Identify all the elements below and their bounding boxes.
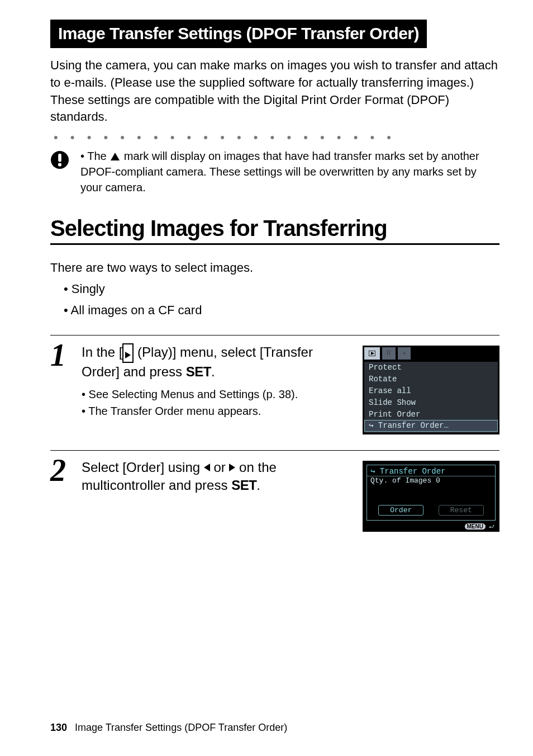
set-label: SET [231,478,256,493]
step-number: 2 [50,456,72,484]
menu-item: Slide Show [364,397,498,409]
dotted-divider: • • • • • • • • • • • • • • • • • • • • … [54,130,499,145]
page-title-banner: Image Transfer Settings (DPOF Transfer O… [50,20,427,48]
warning-triangle-icon [111,153,120,160]
lcd-title: ↪ Transfer Order [367,465,495,476]
text: Transfer Order… [378,421,449,430]
text: Select [Order] using [82,460,204,475]
play-icon [122,343,134,363]
menu-return-indicator: MENU ⮐ [364,523,498,530]
lcd-qty-line: Qty. of Images 0 [367,476,495,485]
right-arrow-icon [229,464,235,471]
list-item: The Transfer Order menu appears. [82,403,353,419]
mode-list: Singly All images on a CF card [64,278,499,320]
step-2: 2 Select [Order] using or on the multico… [50,450,499,547]
camera-lcd-menu: ⅠⅠ ✦ Protect Rotate Erase all Slide Show… [363,346,499,434]
page-footer: 130Image Transfer Settings (DPOF Transfe… [50,722,287,734]
list-item: See Selecting Menus and Settings (p. 38)… [82,386,353,403]
svg-point-2 [58,163,61,167]
camera-lcd-transfer: ↪ Transfer Order Qty. of Images 0 Order … [363,461,499,532]
step-1: 1 In the [ (Play)] menu, select [Transfe… [50,335,499,450]
step-instruction: In the [ (Play)] menu, select [Transfer … [82,343,353,380]
tab-play-icon [364,347,380,360]
text: In the [ [82,344,122,360]
menu-item: Print Order [364,409,498,420]
list-item: Singly [64,278,499,299]
menu-item: Erase all [364,385,498,397]
text: . [211,364,215,379]
footer-title: Image Transfer Settings (DPOF Transfer O… [75,722,287,733]
step-number: 1 [50,341,72,369]
svg-rect-1 [58,154,61,162]
warning-text: • The mark will display on images that h… [80,148,499,195]
menu-item-selected: ↪ Transfer Order… [364,420,498,432]
step-bullets: See Selecting Menus and Settings (p. 38)… [82,386,353,419]
menu-item: Protect [364,362,498,374]
section-heading: Selecting Images for Transferring [50,216,499,240]
text: Transfer Order [380,467,446,476]
step-instruction: Select [Order] using or on the multicont… [82,459,353,493]
menu-item: Rotate [364,374,498,385]
tab-setup-icon: ⅠⅠ [382,347,396,360]
tab-my-icon: ✦ [398,347,411,360]
page-number: 130 [50,722,67,733]
svg-marker-4 [371,352,374,355]
menu-tag: MENU [465,523,486,530]
text: . [256,478,260,493]
warning-pre: The [87,150,110,162]
reset-button: Reset [439,505,484,516]
warning-post: mark will display on images that have ha… [80,150,479,193]
set-label: SET [186,364,211,379]
text: or [210,460,230,475]
left-arrow-icon [204,464,210,471]
order-button: Order [378,505,423,516]
intro-paragraph: Using the camera, you can make marks on … [50,57,499,126]
list-item: All images on a CF card [64,300,499,320]
exclamation-icon [50,150,69,172]
section-intro: There are two ways to select images. [50,261,499,275]
